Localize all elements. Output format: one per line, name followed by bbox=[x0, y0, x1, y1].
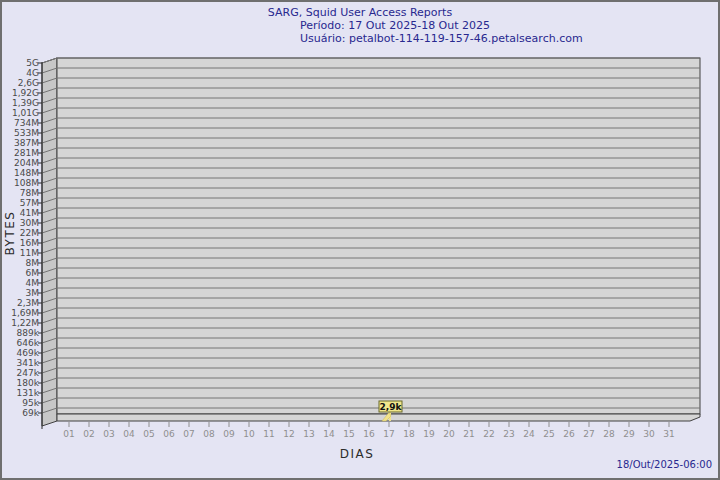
annotation-value: 2,9k bbox=[380, 402, 403, 412]
x-tick-label: 23 bbox=[503, 429, 514, 439]
x-tick-label: 24 bbox=[523, 429, 535, 439]
x-tick-label: 04 bbox=[123, 429, 135, 439]
y-axis-title: BYTES bbox=[3, 211, 17, 256]
y-tick-label: 734M bbox=[14, 118, 39, 128]
y-tick-label: 1,22M bbox=[11, 318, 39, 328]
y-tick-label: 4G bbox=[26, 68, 39, 78]
y-tick-label: 11M bbox=[20, 248, 39, 258]
y-tick-label: 3M bbox=[26, 288, 40, 298]
generated-timestamp: 18/Out/2025-06:00 bbox=[617, 459, 712, 470]
x-tick-label: 15 bbox=[343, 429, 354, 439]
y-tick-label: 30M bbox=[20, 218, 39, 228]
x-tick-label: 17 bbox=[383, 429, 394, 439]
y-tick-label: 16M bbox=[20, 238, 39, 248]
x-tick-label: 16 bbox=[363, 429, 375, 439]
y-tick-label: 1,69M bbox=[11, 308, 39, 318]
y-tick-label: 8M bbox=[26, 258, 40, 268]
data-point-annotation: 2,9k bbox=[379, 401, 402, 412]
y-tick-label: 41M bbox=[20, 208, 39, 218]
x-tick-label: 18 bbox=[403, 429, 415, 439]
x-tick-label: 01 bbox=[63, 429, 74, 439]
x-tick-label: 21 bbox=[463, 429, 474, 439]
x-tick-label: 05 bbox=[143, 429, 154, 439]
x-tick-label: 30 bbox=[643, 429, 655, 439]
y-tick-label: 2,6G bbox=[18, 78, 39, 88]
y-tick-label: 247k bbox=[17, 368, 40, 378]
y-tick-label: 180k bbox=[17, 378, 40, 388]
access-report-chart: SARG, Squid User Access Reports Período:… bbox=[0, 0, 720, 480]
y-tick-label: 2,3M bbox=[17, 298, 39, 308]
chart-period: Período: 17 Out 2025-18 Out 2025 bbox=[300, 19, 490, 32]
y-tick-label: 57M bbox=[20, 198, 39, 208]
x-tick-label: 11 bbox=[263, 429, 274, 439]
x-tick-label: 09 bbox=[223, 429, 235, 439]
y-tick-label: 6M bbox=[26, 268, 40, 278]
y-tick-label: 533M bbox=[14, 128, 39, 138]
y-tick-label: 148M bbox=[14, 168, 39, 178]
y-tick-label: 204M bbox=[14, 158, 39, 168]
x-tick-label: 22 bbox=[483, 429, 494, 439]
y-tick-label: 646k bbox=[17, 338, 40, 348]
y-tick-label: 78M bbox=[20, 188, 39, 198]
x-tick-label: 10 bbox=[243, 429, 255, 439]
y-tick-label: 1,92G bbox=[12, 88, 39, 98]
x-tick-label: 02 bbox=[83, 429, 94, 439]
x-tick-label: 14 bbox=[323, 429, 335, 439]
y-tick-label: 108M bbox=[14, 178, 39, 188]
y-tick-label: 4M bbox=[26, 278, 40, 288]
y-tick-label: 1,01G bbox=[12, 108, 39, 118]
x-tick-label: 12 bbox=[283, 429, 294, 439]
x-tick-label: 06 bbox=[163, 429, 175, 439]
y-tick-label: 22M bbox=[20, 228, 39, 238]
x-tick-label: 29 bbox=[623, 429, 635, 439]
y-tick-label: 131k bbox=[17, 388, 40, 398]
x-tick-label: 27 bbox=[583, 429, 594, 439]
chart-user: Usuário: petalbot-114-119-157-46.petalse… bbox=[300, 32, 583, 45]
x-tick-label: 28 bbox=[603, 429, 615, 439]
plot-area: 5G4G2,6G1,92G1,39G1,01G734M533M387M281M2… bbox=[11, 58, 700, 439]
y-tick-label: 889k bbox=[17, 328, 40, 338]
x-tick-label: 07 bbox=[183, 429, 194, 439]
chart-title: SARG, Squid User Access Reports bbox=[268, 6, 453, 19]
y-tick-label: 281M bbox=[14, 148, 39, 158]
y-tick-label: 95k bbox=[22, 398, 39, 408]
plot-floor bbox=[57, 414, 700, 421]
y-tick-label: 469k bbox=[17, 348, 40, 358]
x-tick-label: 25 bbox=[543, 429, 554, 439]
y-tick-label: 341k bbox=[17, 358, 40, 368]
x-tick-label: 03 bbox=[103, 429, 114, 439]
x-tick-label: 20 bbox=[443, 429, 455, 439]
y-tick-label: 387M bbox=[14, 138, 39, 148]
x-tick-label: 26 bbox=[563, 429, 575, 439]
y-tick-label: 5G bbox=[26, 58, 39, 68]
sarg-report-page: SARG, Squid User Access Reports Período:… bbox=[0, 0, 720, 480]
x-axis-title: DIAS bbox=[340, 447, 375, 461]
x-tick-label: 13 bbox=[303, 429, 314, 439]
x-tick-label: 19 bbox=[423, 429, 435, 439]
plot-surface bbox=[57, 58, 700, 414]
x-tick-label: 08 bbox=[203, 429, 215, 439]
x-tick-label: 31 bbox=[663, 429, 674, 439]
y-tick-label: 1,39G bbox=[12, 98, 39, 108]
y-tick-label: 69k bbox=[22, 408, 39, 418]
